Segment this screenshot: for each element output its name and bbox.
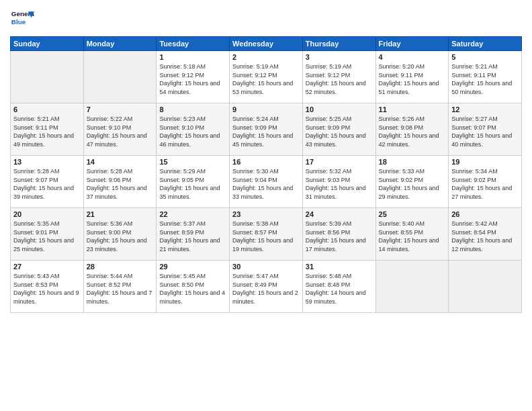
- day-number: 3: [306, 53, 373, 61]
- day-info: Sunrise: 5:40 AMSunset: 8:55 PMDaylight:…: [379, 220, 446, 253]
- day-info: Sunrise: 5:39 AMSunset: 8:56 PMDaylight:…: [306, 220, 373, 253]
- day-number: 20: [13, 210, 81, 218]
- day-number: 21: [87, 210, 154, 218]
- logo-icon: General Blue: [10, 7, 34, 31]
- day-cell: 15Sunrise: 5:29 AMSunset: 9:05 PMDayligh…: [157, 156, 230, 208]
- day-cell: 30Sunrise: 5:47 AMSunset: 8:49 PMDayligh…: [230, 261, 303, 313]
- day-info: Sunrise: 5:21 AMSunset: 9:11 PMDaylight:…: [451, 62, 519, 96]
- day-cell: 5Sunrise: 5:21 AMSunset: 9:11 PMDaylight…: [449, 51, 522, 103]
- day-cell: 19Sunrise: 5:34 AMSunset: 9:02 PMDayligh…: [449, 156, 522, 208]
- day-cell: 20Sunrise: 5:35 AMSunset: 9:01 PMDayligh…: [11, 208, 84, 261]
- day-info: Sunrise: 5:34 AMSunset: 9:02 PMDaylight:…: [451, 167, 519, 201]
- day-info: Sunrise: 5:30 AMSunset: 9:04 PMDaylight:…: [232, 167, 300, 201]
- page: General Blue SundayMondayTuesdayWednesda…: [0, 0, 532, 411]
- day-cell: 11Sunrise: 5:26 AMSunset: 9:08 PMDayligh…: [375, 103, 449, 156]
- day-cell: 12Sunrise: 5:27 AMSunset: 9:07 PMDayligh…: [449, 103, 522, 156]
- day-info: Sunrise: 5:35 AMSunset: 9:01 PMDaylight:…: [13, 220, 81, 253]
- col-header-friday: Friday: [375, 37, 449, 51]
- day-cell: 8Sunrise: 5:23 AMSunset: 9:10 PMDaylight…: [157, 103, 230, 156]
- day-number: 6: [13, 105, 81, 113]
- week-row-5: 27Sunrise: 5:43 AMSunset: 8:53 PMDayligh…: [11, 261, 522, 313]
- day-info: Sunrise: 5:20 AMSunset: 9:11 PMDaylight:…: [379, 62, 446, 96]
- day-info: Sunrise: 5:26 AMSunset: 9:08 PMDaylight:…: [379, 115, 446, 148]
- day-cell: [83, 51, 157, 103]
- day-cell: 17Sunrise: 5:32 AMSunset: 9:03 PMDayligh…: [302, 156, 375, 208]
- day-info: Sunrise: 5:28 AMSunset: 9:07 PMDaylight:…: [13, 167, 81, 201]
- day-number: 17: [306, 158, 373, 166]
- day-number: 25: [379, 210, 446, 218]
- day-info: Sunrise: 5:33 AMSunset: 9:02 PMDaylight:…: [379, 167, 446, 201]
- day-cell: [449, 261, 522, 313]
- day-cell: 10Sunrise: 5:25 AMSunset: 9:09 PMDayligh…: [302, 103, 375, 156]
- svg-text:Blue: Blue: [11, 18, 26, 26]
- day-number: 24: [306, 210, 373, 218]
- week-row-4: 20Sunrise: 5:35 AMSunset: 9:01 PMDayligh…: [11, 208, 522, 261]
- day-number: 27: [13, 263, 81, 271]
- col-header-saturday: Saturday: [449, 37, 522, 51]
- day-info: Sunrise: 5:24 AMSunset: 9:09 PMDaylight:…: [232, 115, 300, 148]
- day-number: 4: [379, 53, 446, 61]
- day-cell: 25Sunrise: 5:40 AMSunset: 8:55 PMDayligh…: [375, 208, 449, 261]
- week-row-2: 6Sunrise: 5:21 AMSunset: 9:11 PMDaylight…: [11, 103, 522, 156]
- col-header-tuesday: Tuesday: [157, 37, 230, 51]
- day-cell: 21Sunrise: 5:36 AMSunset: 9:00 PMDayligh…: [83, 208, 157, 261]
- day-number: 18: [379, 158, 446, 166]
- day-cell: 14Sunrise: 5:28 AMSunset: 9:06 PMDayligh…: [83, 156, 157, 208]
- day-cell: 16Sunrise: 5:30 AMSunset: 9:04 PMDayligh…: [230, 156, 303, 208]
- day-number: 12: [451, 105, 519, 113]
- day-cell: 28Sunrise: 5:44 AMSunset: 8:52 PMDayligh…: [83, 261, 157, 313]
- col-header-wednesday: Wednesday: [230, 37, 303, 51]
- day-info: Sunrise: 5:18 AMSunset: 9:12 PMDaylight:…: [159, 62, 226, 96]
- day-cell: [11, 51, 84, 103]
- day-number: 2: [232, 53, 300, 61]
- day-info: Sunrise: 5:28 AMSunset: 9:06 PMDaylight:…: [87, 167, 154, 201]
- day-number: 28: [87, 263, 154, 271]
- day-cell: 23Sunrise: 5:38 AMSunset: 8:57 PMDayligh…: [230, 208, 303, 261]
- day-cell: 7Sunrise: 5:22 AMSunset: 9:10 PMDaylight…: [83, 103, 157, 156]
- day-number: 7: [87, 105, 154, 113]
- day-cell: 2Sunrise: 5:19 AMSunset: 9:12 PMDaylight…: [230, 51, 303, 103]
- col-header-monday: Monday: [83, 37, 157, 51]
- day-number: 19: [451, 158, 519, 166]
- day-cell: 18Sunrise: 5:33 AMSunset: 9:02 PMDayligh…: [375, 156, 449, 208]
- day-number: 5: [451, 53, 519, 61]
- day-cell: 26Sunrise: 5:42 AMSunset: 8:54 PMDayligh…: [449, 208, 522, 261]
- day-info: Sunrise: 5:36 AMSunset: 9:00 PMDaylight:…: [87, 220, 154, 253]
- day-number: 11: [379, 105, 446, 113]
- day-info: Sunrise: 5:29 AMSunset: 9:05 PMDaylight:…: [159, 167, 226, 201]
- day-info: Sunrise: 5:23 AMSunset: 9:10 PMDaylight:…: [159, 115, 226, 148]
- logo: General Blue: [10, 7, 34, 31]
- day-info: Sunrise: 5:37 AMSunset: 8:59 PMDaylight:…: [159, 220, 226, 253]
- day-info: Sunrise: 5:45 AMSunset: 8:50 PMDaylight:…: [159, 272, 226, 306]
- day-number: 30: [232, 263, 300, 271]
- day-info: Sunrise: 5:22 AMSunset: 9:10 PMDaylight:…: [87, 115, 154, 148]
- header-row: SundayMondayTuesdayWednesdayThursdayFrid…: [11, 37, 522, 51]
- day-cell: 24Sunrise: 5:39 AMSunset: 8:56 PMDayligh…: [302, 208, 375, 261]
- day-number: 8: [159, 105, 226, 113]
- day-info: Sunrise: 5:25 AMSunset: 9:09 PMDaylight:…: [306, 115, 373, 148]
- day-number: 15: [159, 158, 226, 166]
- header: General Blue: [10, 7, 522, 31]
- day-cell: [375, 261, 449, 313]
- day-number: 31: [306, 263, 373, 271]
- day-cell: 27Sunrise: 5:43 AMSunset: 8:53 PMDayligh…: [11, 261, 84, 313]
- day-number: 16: [232, 158, 300, 166]
- day-info: Sunrise: 5:32 AMSunset: 9:03 PMDaylight:…: [306, 167, 373, 201]
- day-cell: 4Sunrise: 5:20 AMSunset: 9:11 PMDaylight…: [375, 51, 449, 103]
- day-cell: 1Sunrise: 5:18 AMSunset: 9:12 PMDaylight…: [157, 51, 230, 103]
- day-info: Sunrise: 5:21 AMSunset: 9:11 PMDaylight:…: [13, 115, 81, 148]
- col-header-thursday: Thursday: [302, 37, 375, 51]
- day-number: 23: [232, 210, 300, 218]
- day-info: Sunrise: 5:38 AMSunset: 8:57 PMDaylight:…: [232, 220, 300, 253]
- day-number: 9: [232, 105, 300, 113]
- day-number: 1: [159, 53, 226, 61]
- day-cell: 22Sunrise: 5:37 AMSunset: 8:59 PMDayligh…: [157, 208, 230, 261]
- col-header-sunday: Sunday: [11, 37, 84, 51]
- day-info: Sunrise: 5:48 AMSunset: 8:48 PMDaylight:…: [306, 272, 373, 306]
- day-number: 10: [306, 105, 373, 113]
- day-number: 14: [87, 158, 154, 166]
- week-row-1: 1Sunrise: 5:18 AMSunset: 9:12 PMDaylight…: [11, 51, 522, 103]
- calendar: SundayMondayTuesdayWednesdayThursdayFrid…: [10, 36, 522, 313]
- day-number: 29: [159, 263, 226, 271]
- week-row-3: 13Sunrise: 5:28 AMSunset: 9:07 PMDayligh…: [11, 156, 522, 208]
